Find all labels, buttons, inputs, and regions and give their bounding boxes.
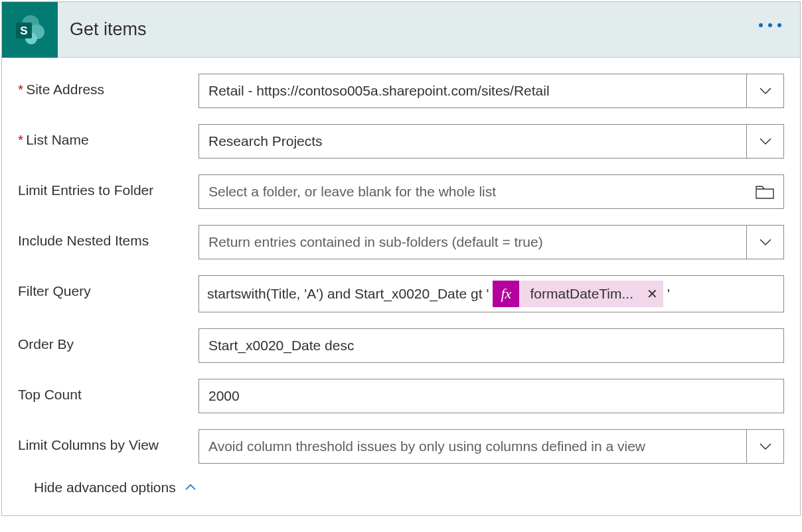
label-text: List Name <box>26 132 89 148</box>
fx-icon: fx <box>493 281 519 307</box>
list-name-dropdown[interactable]: Research Projects <box>199 124 784 159</box>
card-body: * Site Address Retail - https://contoso0… <box>2 58 800 515</box>
card-header[interactable]: S Get items <box>2 2 800 58</box>
placeholder-text: Return entries contained in sub-folders … <box>208 234 774 250</box>
field-row-list-name: * List Name Research Projects <box>18 124 784 159</box>
toggle-label: Hide advanced options <box>34 480 176 496</box>
filter-text-after: ' <box>667 286 670 302</box>
field-label: Limit Columns by View <box>18 429 199 453</box>
label-text: Order By <box>18 336 74 352</box>
folder-icon <box>756 184 774 199</box>
chevron-down-icon[interactable] <box>746 125 783 158</box>
field-label: * Site Address <box>18 74 199 98</box>
svg-text:S: S <box>20 25 27 37</box>
dropdown-value: Retail - https://contoso005a.sharepoint.… <box>208 83 774 99</box>
order-by-input[interactable]: Start_x0020_Date desc <box>199 328 784 363</box>
field-row-site-address: * Site Address Retail - https://contoso0… <box>18 74 784 108</box>
field-row-top-count: Top Count 2000 <box>18 379 784 413</box>
filter-text-before: startswith(Title, 'A') and Start_x0020_D… <box>207 286 489 302</box>
chevron-up-icon <box>184 481 197 494</box>
action-card: S Get items * Site Address Retail - http… <box>1 1 801 516</box>
dropdown-value: Research Projects <box>208 133 774 149</box>
top-count-input[interactable]: 2000 <box>199 379 784 413</box>
required-marker: * <box>18 132 23 148</box>
label-text: Site Address <box>26 82 104 98</box>
field-row-include-nested: Include Nested Items Return entries cont… <box>18 225 784 259</box>
more-menu-button[interactable] <box>759 23 781 27</box>
card-title: Get items <box>70 19 147 40</box>
label-text: Filter Query <box>18 283 91 299</box>
folder-picker-button[interactable] <box>746 175 783 208</box>
expression-label: formatDateTim... <box>530 286 633 302</box>
placeholder-text: Select a folder, or leave blank for the … <box>208 184 774 200</box>
input-value: 2000 <box>208 388 774 404</box>
field-row-limit-folder: Limit Entries to Folder Select a folder,… <box>18 174 784 209</box>
toggle-advanced-options[interactable]: Hide advanced options <box>34 480 197 496</box>
field-label: Top Count <box>18 379 199 403</box>
sharepoint-icon: S <box>2 2 58 58</box>
label-text: Include Nested Items <box>18 233 149 249</box>
placeholder-text: Avoid column threshold issues by only us… <box>208 438 774 454</box>
chevron-down-icon[interactable] <box>746 226 783 259</box>
limit-folder-input[interactable]: Select a folder, or leave blank for the … <box>199 174 784 209</box>
label-text: Limit Entries to Folder <box>18 182 153 198</box>
input-value: Start_x0020_Date desc <box>208 338 774 354</box>
field-row-filter-query: Filter Query startswith(Title, 'A') and … <box>18 275 784 312</box>
label-text: Limit Columns by View <box>18 437 159 453</box>
expression-token[interactable]: fx formatDateTim... ✕ <box>493 281 663 307</box>
include-nested-dropdown[interactable]: Return entries contained in sub-folders … <box>199 225 784 259</box>
chevron-down-icon[interactable] <box>746 74 783 107</box>
chevron-down-icon[interactable] <box>746 430 783 463</box>
field-label: Include Nested Items <box>18 225 199 249</box>
field-label: Filter Query <box>18 275 199 299</box>
field-label: Order By <box>18 328 199 352</box>
required-marker: * <box>18 82 23 98</box>
field-label: * List Name <box>18 124 199 148</box>
field-row-limit-columns: Limit Columns by View Avoid column thres… <box>18 429 784 464</box>
remove-expression-button[interactable]: ✕ <box>647 286 658 302</box>
filter-query-input[interactable]: startswith(Title, 'A') and Start_x0020_D… <box>199 275 784 312</box>
field-row-order-by: Order By Start_x0020_Date desc <box>18 328 784 363</box>
label-text: Top Count <box>18 387 82 403</box>
site-address-dropdown[interactable]: Retail - https://contoso005a.sharepoint.… <box>199 74 784 108</box>
field-label: Limit Entries to Folder <box>18 174 199 198</box>
limit-columns-dropdown[interactable]: Avoid column threshold issues by only us… <box>199 429 784 464</box>
